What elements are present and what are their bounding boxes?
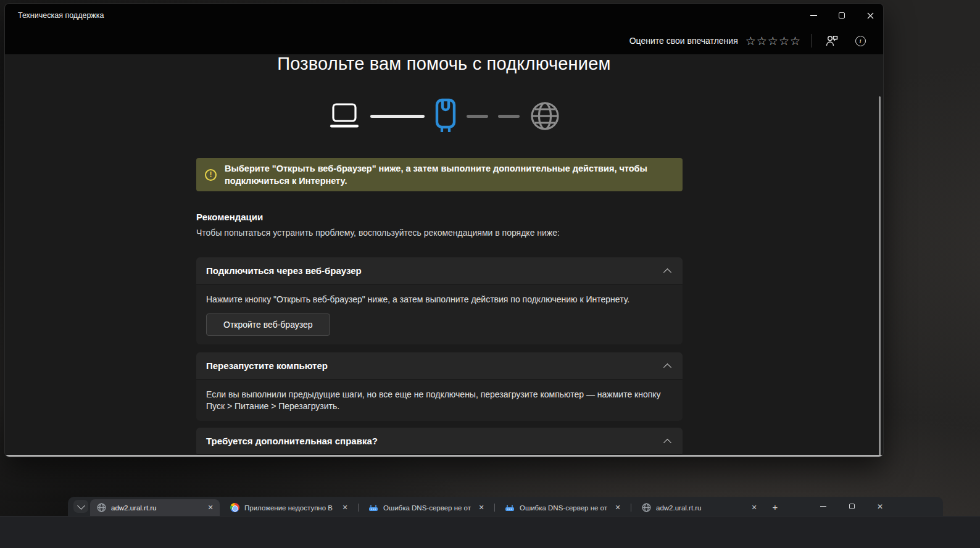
accordion-body: Если вы выполнили предыдущие шаги, но вс… [196, 380, 683, 421]
accordion-title: Перезапустите компьютер [206, 360, 328, 371]
tab-separator [358, 504, 359, 512]
window-title: Техническая поддержка [18, 11, 104, 20]
tab-label: adw2.ural.rt.ru [111, 504, 203, 512]
chrome-tab-strip: adw2.ural.rt.ru ✕ Приложение недоступно … [68, 497, 943, 516]
chrome-favicon-icon [230, 503, 239, 513]
accordion-header[interactable]: Перезапустите компьютер [196, 352, 683, 380]
laptop-icon [328, 102, 360, 130]
tab-label: Ошибка DNS-сервер не от [520, 504, 610, 512]
accordion-body: Нажмите кнопку "Открыть веб-браузер" ниж… [196, 284, 683, 344]
new-tab-button[interactable]: + [769, 500, 781, 513]
recommendations-title: Рекомендации [196, 212, 263, 222]
router-favicon-icon [368, 503, 378, 513]
browser-maximize-button[interactable] [839, 497, 864, 516]
desktop: Техническая поддержка Оцените свои впеча… [0, 0, 980, 548]
warning-banner: ! Выберите "Открыть веб-браузер" ниже, а… [196, 158, 683, 191]
accordion-header[interactable]: Подключиться через веб-браузер [196, 257, 683, 284]
rate-label: Оцените свои впечатления [629, 36, 738, 46]
share-feedback-button[interactable] [821, 32, 842, 49]
accordion-restart: Перезапустите компьютер Если вы выполнил… [196, 352, 683, 421]
info-button[interactable]: i [850, 32, 871, 49]
close-button[interactable] [857, 7, 884, 24]
globe-favicon-icon [96, 503, 106, 513]
connection-line-solid [370, 115, 425, 118]
accordion-more-help: Требуется дополнительная справка? [196, 428, 683, 456]
router-favicon-icon [505, 503, 515, 513]
chevron-up-icon [663, 268, 671, 276]
tab-separator [631, 504, 631, 512]
tab-label: adw2.ural.rt.ru [656, 504, 747, 512]
maximize-button[interactable] [828, 7, 855, 24]
taskbar: Поиск ✂ C ? [0, 516, 980, 548]
router-icon [434, 98, 457, 134]
accordion-text: Если вы выполнили предыдущие шаги, но вс… [206, 389, 663, 412]
tab-label: Приложение недоступно В [244, 504, 338, 512]
connection-diagram [5, 96, 883, 136]
browser-tab[interactable]: adw2.ural.rt.ru ✕ [90, 499, 220, 516]
browser-close-button[interactable]: ✕ [868, 497, 892, 516]
connection-dash [467, 115, 488, 118]
feedback-bar: Оцените свои впечатления ☆ ☆ ☆ ☆ ☆ [629, 31, 871, 51]
accordion-web-browser: Подключиться через веб-браузер Нажмите к… [196, 257, 683, 344]
star-icon[interactable]: ☆ [757, 35, 768, 47]
tab-close-button[interactable]: ✕ [476, 503, 486, 513]
star-rating: ☆ ☆ ☆ ☆ ☆ [745, 35, 801, 47]
tab-close-button[interactable]: ✕ [613, 503, 623, 513]
tab-close-button[interactable]: ✕ [340, 503, 350, 513]
accordion-text: Нажмите кнопку "Открыть веб-браузер" ниж… [206, 294, 673, 305]
window-bottom-edge [5, 455, 883, 457]
tab-close-button[interactable]: ✕ [749, 503, 759, 513]
minimize-icon [820, 506, 826, 507]
info-icon: i [855, 36, 866, 46]
accordion-header[interactable]: Требуется дополнительная справка? [196, 428, 683, 455]
tab-label: Ошибка DNS-сервер не от [383, 504, 474, 512]
browser-minimize-button[interactable] [811, 497, 836, 516]
divider [811, 34, 812, 48]
minimize-icon [810, 15, 817, 16]
chevron-down-icon [77, 502, 85, 510]
star-icon[interactable]: ☆ [768, 35, 779, 47]
globe-favicon-icon [641, 503, 651, 513]
person-feedback-icon [825, 35, 839, 47]
window-scrollbar[interactable] [879, 96, 881, 455]
maximize-icon [839, 12, 845, 19]
star-icon[interactable]: ☆ [779, 35, 790, 47]
browser-tab[interactable]: adw2.ural.rt.ru ✕ [635, 499, 763, 516]
globe-icon [529, 101, 560, 131]
tab-close-button[interactable]: ✕ [206, 503, 215, 513]
browser-tab[interactable]: Ошибка DNS-сервер не от ✕ [499, 499, 627, 516]
connection-dash [498, 115, 520, 118]
title-bar: Техническая поддержка Оцените свои впеча… [5, 4, 883, 54]
minimize-button[interactable] [800, 7, 827, 24]
tab-separator [494, 504, 495, 512]
chevron-up-icon [663, 439, 671, 447]
open-browser-button[interactable]: Откройте веб-браузер [206, 313, 330, 336]
star-icon[interactable]: ☆ [745, 35, 757, 47]
tab-search-button[interactable] [73, 500, 88, 513]
page-title: Позвольте вам помочь с подключением [5, 54, 883, 74]
close-icon: ✕ [877, 502, 883, 511]
warning-icon: ! [205, 169, 217, 181]
browser-tab[interactable]: Ошибка DNS-сервер не от ✕ [362, 499, 491, 516]
accordion-title: Требуется дополнительная справка? [206, 436, 378, 446]
warning-text: Выберите "Открыть веб-браузер" ниже, а з… [225, 162, 650, 187]
accordion-title: Подключиться через веб-браузер [206, 265, 362, 276]
star-icon[interactable]: ☆ [790, 35, 801, 47]
chevron-up-icon [663, 363, 671, 372]
support-window: Техническая поддержка Оцените свои впеча… [4, 3, 884, 457]
browser-tab[interactable]: Приложение недоступно В ✕ [223, 499, 354, 516]
recommendations-subtitle: Чтобы попытаться устранить проблему, вос… [196, 228, 560, 238]
close-icon [867, 12, 874, 19]
maximize-icon [849, 504, 855, 509]
